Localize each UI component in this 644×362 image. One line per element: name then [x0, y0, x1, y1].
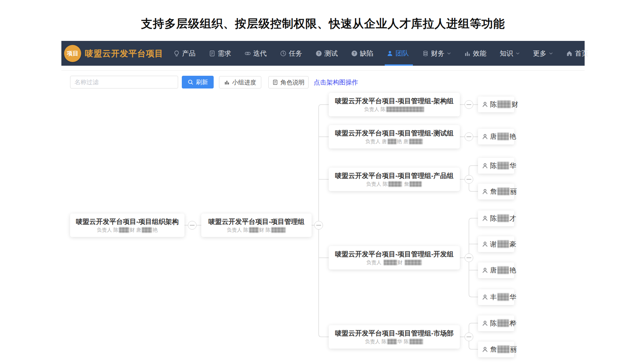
blurred-name	[387, 339, 397, 345]
org-group-node[interactable]: 唛盟云开发平台项目-项目管理组-开发组 负责人 财	[329, 246, 460, 269]
collapse-toggle[interactable]	[465, 132, 473, 141]
org-root-node[interactable]: 唛盟云开发平台项目-项目组织架构 负责人 陈财 唐艳	[70, 214, 184, 237]
org-member-node[interactable]: 唐艳	[478, 129, 514, 144]
blurred-name	[119, 227, 129, 233]
member-name: 陈华	[490, 161, 516, 170]
collapse-toggle[interactable]	[314, 221, 323, 230]
group-title: 唛盟云开发平台项目-项目管理组-测试组	[335, 129, 453, 137]
blurred-name	[497, 101, 511, 108]
group-title: 唛盟云开发平台项目-项目管理组-开发组	[335, 250, 453, 258]
blurred-name	[271, 227, 285, 233]
person-icon	[482, 267, 488, 274]
person-icon	[482, 215, 488, 222]
org-member-node[interactable]: 唐艳	[478, 262, 514, 278]
group-title: 唛盟云开发平台项目-项目管理组-架构组	[335, 97, 453, 105]
org-group-node[interactable]: 唛盟云开发平台项目-项目管理组-市场部 负责人 陈华 陈	[329, 325, 460, 349]
group-leaders: 负责人 陈财 陈	[227, 227, 286, 233]
blurred-name	[405, 260, 422, 265]
group-leaders: 负责人 陈	[364, 106, 424, 112]
blurred-name	[410, 339, 423, 345]
group-leaders: 负责人 陈华 陈	[365, 339, 423, 345]
org-connectors	[0, 0, 644, 362]
person-icon	[482, 188, 488, 195]
group-leaders: 负责人 唐艳 唐	[365, 138, 423, 144]
org-group-node[interactable]: 唛盟云开发平台项目-项目管理组-架构组 负责人 陈	[329, 93, 460, 116]
blurred-name	[497, 162, 509, 169]
group-title: 唛盟云开发平台项目-项目组织架构	[76, 218, 179, 226]
collapse-toggle[interactable]	[465, 100, 473, 109]
collapse-toggle[interactable]	[465, 253, 473, 262]
person-icon	[482, 163, 488, 169]
group-title: 唛盟云开发平台项目-项目管理组-产品组	[335, 172, 453, 180]
member-name: 丰华	[490, 293, 516, 302]
blurred-name	[497, 266, 509, 274]
org-group-node[interactable]: 唛盟云开发平台项目-项目管理组-测试组 负责人 唐艳 唐	[329, 125, 460, 148]
org-member-node[interactable]: 陈桦	[478, 315, 514, 331]
member-name: 谢豪	[490, 240, 516, 249]
blurred-name	[409, 139, 423, 144]
blurred-name	[497, 215, 509, 222]
person-icon	[482, 133, 488, 140]
collapse-toggle[interactable]	[465, 333, 473, 341]
member-name: 唐艳	[490, 132, 516, 141]
org-member-node[interactable]: 陈财	[478, 97, 514, 112]
blurred-name	[388, 139, 396, 144]
blurred-name	[497, 133, 509, 140]
org-member-node[interactable]: 陈才	[478, 210, 514, 226]
member-name: 詹丽	[490, 187, 517, 196]
org-member-node[interactable]: 陈华	[478, 158, 514, 174]
group-leaders: 负责人 陈 詹	[366, 181, 422, 187]
person-icon	[482, 320, 488, 327]
member-name: 陈桦	[490, 319, 516, 328]
person-icon	[482, 294, 488, 301]
person-icon	[482, 241, 488, 248]
collapse-toggle[interactable]	[465, 175, 473, 184]
member-name: 陈才	[490, 214, 516, 223]
person-icon	[482, 101, 488, 108]
group-title: 唛盟云开发平台项目-项目管理组-市场部	[335, 329, 453, 337]
member-name: 陈财	[490, 100, 518, 109]
member-name: 詹丽	[490, 345, 517, 354]
org-member-node[interactable]: 詹丽	[478, 342, 514, 357]
blurred-name	[388, 181, 402, 187]
org-member-node[interactable]: 丰华	[478, 289, 514, 305]
blurred-name	[497, 346, 509, 353]
blurred-name	[497, 293, 509, 301]
collapse-toggle[interactable]	[188, 221, 197, 230]
blurred-name	[249, 227, 259, 233]
org-chart: 唛盟云开发平台项目-项目组织架构 负责人 陈财 唐艳唛盟云开发平台项目-项目管理…	[0, 0, 644, 362]
org-level2-node[interactable]: 唛盟云开发平台项目-项目管理组 负责人 陈财 陈	[201, 214, 312, 237]
member-name: 唐艳	[490, 266, 516, 275]
org-member-node[interactable]: 谢豪	[478, 236, 514, 252]
blurred-name	[497, 319, 509, 327]
person-icon	[482, 346, 488, 353]
group-leaders: 负责人 财	[366, 259, 422, 265]
blurred-name	[384, 260, 397, 265]
org-group-node[interactable]: 唛盟云开发平台项目-项目管理组-产品组 负责人 陈 詹	[329, 168, 460, 191]
blurred-name	[410, 181, 422, 187]
group-leaders: 负责人 陈财 唐艳	[97, 227, 158, 233]
org-member-node[interactable]: 詹丽	[478, 184, 514, 199]
blurred-name	[142, 227, 152, 233]
blurred-name	[497, 188, 509, 195]
group-title: 唛盟云开发平台项目-项目管理组	[208, 218, 305, 226]
blurred-name	[497, 240, 509, 248]
blurred-name	[386, 107, 424, 112]
